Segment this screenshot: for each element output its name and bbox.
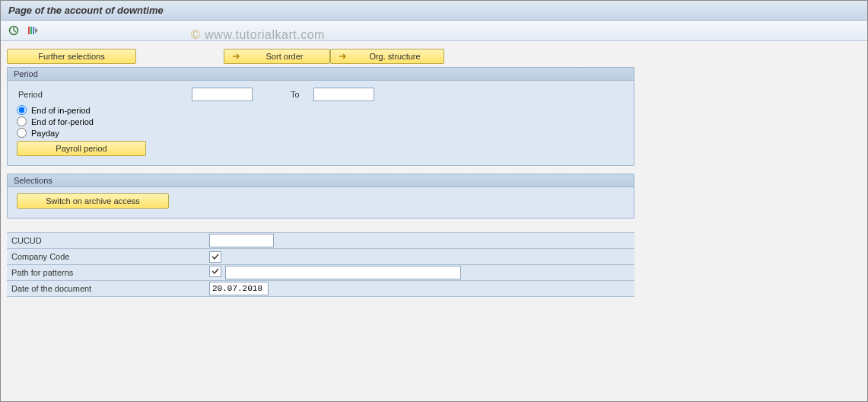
path-patterns-checkbox[interactable] [209,266,221,277]
path-patterns-label: Path for patterns [7,265,205,281]
doc-date-input[interactable] [209,282,269,295]
radio-end-in-period-label: End of in-period [31,106,91,115]
selections-group: Selections Switch on archive access [7,174,634,219]
svg-rect-3 [33,27,34,34]
page-title: Page of the account of downtime [1,1,867,21]
svg-rect-2 [30,27,32,34]
period-to-input[interactable] [313,88,374,101]
selection-buttons-row: Further selections Sort order Org. struc… [7,49,861,64]
further-selections-button[interactable]: Further selections [7,49,136,64]
arrow-right-icon [232,52,241,61]
table-row: Company Code [7,249,634,265]
sort-order-button[interactable]: Sort order [224,49,330,64]
period-to-label: To [291,90,300,99]
selections-group-title: Selections [8,174,634,187]
company-code-label: Company Code [7,249,205,265]
execute-icon[interactable] [7,24,22,37]
sort-order-label: Sort order [247,52,322,61]
org-structure-button[interactable]: Org. structure [330,49,444,64]
doc-date-label: Date of the document [7,281,205,297]
period-label: Period [17,90,192,99]
company-code-checkbox[interactable] [209,251,221,263]
table-row: Path for patterns [7,265,634,281]
period-from-input[interactable] [192,88,253,101]
payroll-period-label: Payroll period [56,144,107,153]
table-row: Date of the document [7,281,634,297]
app-toolbar [1,21,867,41]
period-group-title: Period [8,68,634,81]
variant-icon[interactable] [25,24,40,37]
radio-payday-label: Payday [31,129,59,138]
svg-rect-1 [28,27,30,34]
parameters-table: CUCUD Company Code Path for patterns [7,232,634,297]
archive-access-button[interactable]: Switch on archive access [17,193,169,209]
table-row: CUCUD [7,233,634,249]
further-selections-label: Further selections [38,52,104,61]
radio-end-in-period[interactable] [17,105,27,115]
org-structure-label: Org. structure [354,52,436,61]
cucud-label: CUCUD [7,233,205,249]
payroll-period-button[interactable]: Payroll period [17,141,146,156]
radio-payday[interactable] [17,128,27,138]
radio-end-for-period-label: End of for-period [31,117,94,126]
path-patterns-input[interactable] [225,266,461,279]
radio-end-for-period[interactable] [17,116,27,126]
period-group: Period Period To End of in-period End of… [7,67,634,166]
archive-access-label: Switch on archive access [46,196,140,206]
arrow-right-icon [339,52,348,61]
cucud-input[interactable] [209,234,274,247]
